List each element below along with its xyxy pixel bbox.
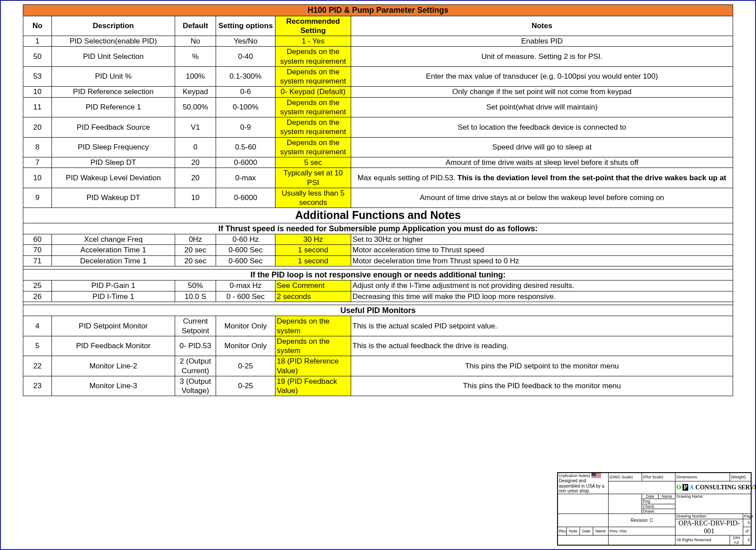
col-opt: Setting options <box>216 16 275 36</box>
cell-opt: 0-25 <box>216 376 275 396</box>
cell-rec: 5 sec <box>275 157 351 168</box>
cell-desc: PID Wakeup DT <box>52 188 175 208</box>
cell-opt: 0.5-60 <box>216 137 275 157</box>
cell-def: 50% <box>175 280 216 291</box>
cell-rec: Depends on the system requirement <box>275 117 351 138</box>
sub-tuning: If the PID loop is not responsive enough… <box>23 269 733 280</box>
tb-drawingname: Drawing Name: <box>675 494 751 514</box>
cell-opt: Monitor Only <box>216 316 275 336</box>
tb-app: (Aplication Notes) <box>559 474 590 478</box>
cell-desc: PID Unit Selection <box>52 47 175 67</box>
cell-no: 8 <box>23 137 52 157</box>
cell-desc: PID Wakeup Level Deviation <box>52 168 175 188</box>
param-row: 10PID Reference selectionKeypad0-60- Key… <box>23 87 733 97</box>
cell-opt: 0-600 Sec <box>216 255 275 266</box>
tb-prev: Prev. Hist. <box>609 527 675 535</box>
sub-monitors: Useful PID Monitors <box>23 305 733 316</box>
cell-opt: 0-60 Hz <box>216 234 275 245</box>
param-row: 50PID Unit Selection%0-40Depends on the … <box>23 47 733 67</box>
cell-rec: Depends on the system requirement <box>275 47 351 67</box>
cell-notes: Enables PID <box>351 36 733 47</box>
cell-opt: 0-6000 <box>216 157 275 168</box>
cell-desc: Deceleration Time 1 <box>52 255 175 266</box>
param-row: 9PID Wakeup DT100-6000Usually less than … <box>23 188 733 208</box>
param-row: 23Monitor Line-33 (Output Voltage)0-2519… <box>23 376 733 396</box>
cell-opt: 0-600 Sec <box>216 245 275 255</box>
col-desc: Description <box>52 16 175 36</box>
param-table: H100 PID & Pump Parameter Settings No De… <box>23 4 733 396</box>
cell-notes: Decreasing this time will make the PID l… <box>351 291 733 302</box>
cell-no: 71 <box>23 255 52 266</box>
cell-no: 53 <box>23 66 52 87</box>
cell-no: 60 <box>23 234 52 245</box>
cell-notes: Amount of time drive waits at sleep leve… <box>351 157 733 168</box>
cell-rec: Usually less than 5 seconds <box>275 188 351 208</box>
tb-p1: 5 <box>743 519 751 527</box>
tb-of: of <box>743 527 751 535</box>
cell-def: 20 <box>175 168 216 188</box>
main-title: H100 PID & Pump Parameter Settings <box>23 5 733 16</box>
cell-opt: 0-40 <box>216 47 275 67</box>
cell-def: 100% <box>175 66 216 87</box>
header-row: No Description Default Setting options R… <box>23 16 733 36</box>
tb-plotscale: (Plot Scale) <box>642 473 675 481</box>
cell-rec: 0- Keypad (Default) <box>275 87 351 97</box>
tb-page: Page <box>743 514 751 519</box>
cell-notes: Adjust only if the I-Time adjustment is … <box>351 280 733 291</box>
cell-rec: 1 second <box>275 255 351 266</box>
us-flag-icon <box>591 473 601 478</box>
cell-notes: Motor deceleration time from Thrust spee… <box>351 255 733 266</box>
cell-def: 20 sec <box>175 255 216 266</box>
cell-def: 20 sec <box>175 245 216 255</box>
col-no: No <box>23 16 52 36</box>
cell-desc: PID Feedback Source <box>52 117 175 138</box>
cell-notes: Max equals setting of PID.53. This is th… <box>351 168 733 188</box>
cell-rec: Depends on the system <box>275 316 351 336</box>
cell-rec: 30 Hz <box>275 234 351 245</box>
cell-no: 25 <box>23 280 52 291</box>
cell-no: 26 <box>23 291 52 302</box>
cell-opt: 0.1-300% <box>216 66 275 87</box>
cell-desc: Acceleration Time 1 <box>52 245 175 255</box>
cell-def: Keypad <box>175 87 216 97</box>
tb-name: Name <box>659 494 675 499</box>
cell-notes: Set point(what drive will maintain) <box>351 97 733 117</box>
cell-no: 70 <box>23 245 52 255</box>
cell-opt: Yes/No <box>216 36 275 47</box>
tb-company: CONSULTING SERVICES, INC. <box>695 484 756 491</box>
param-row: 20PID Feedback SourceV10-9Depends on the… <box>23 117 733 138</box>
cell-desc: PID Reference 1 <box>52 97 175 117</box>
cell-rec: 18 (PID Reference Value) <box>275 356 351 376</box>
cell-notes: Unit of measure. Setting 2 is for PSI. <box>351 47 733 67</box>
cell-opt: 0 - 600 Sec <box>216 291 275 302</box>
cell-notes: Set to 30Hz or higher <box>351 234 733 245</box>
cell-no: 22 <box>23 356 52 376</box>
cell-notes: Only change if the set point will not co… <box>351 87 733 97</box>
cell-no: 11 <box>23 97 52 117</box>
cell-opt: 0-max Hz <box>216 280 275 291</box>
param-row: 25PID P-Gain 150%0-max HzSee CommentAdju… <box>23 280 733 291</box>
param-row: 70Acceleration Time 120 sec0-600 Sec1 se… <box>23 245 733 255</box>
cell-desc: PID Feedback Monitor <box>52 336 175 356</box>
cell-notes: Enter the max value of transducer (e.g. … <box>351 66 733 87</box>
cell-notes: This is the actual feedback the drive is… <box>351 336 733 356</box>
cell-notes: Set to location the feedback device is c… <box>351 117 733 138</box>
cell-desc: PID Unit % <box>52 66 175 87</box>
title-block: (Aplication Notes) Designed and assemble… <box>557 472 752 546</box>
cell-desc: PID P-Gain 1 <box>52 280 175 291</box>
tb-dwgnum: OPA-REC-DRV-PID-001 <box>675 519 743 535</box>
cell-notes: Amount of time drive stays at or below t… <box>351 188 733 208</box>
param-row: 11PID Reference 150.00%0-100%Depends on … <box>23 97 733 117</box>
cell-def: No <box>175 36 216 47</box>
cell-no: 5 <box>23 336 52 356</box>
cell-opt: 0-100% <box>216 97 275 117</box>
tb-name2: Name <box>593 527 609 535</box>
cell-opt: 0-9 <box>216 117 275 138</box>
tb-revision: Revision: C <box>609 514 675 527</box>
cell-def: 2 (Output Current) <box>175 356 216 376</box>
cell-notes: This is the actual scaled PID setpoint v… <box>351 316 733 336</box>
cell-rec: 2 seconds <box>275 291 351 302</box>
tb-designed: Designed and assembled in USA by a non u… <box>559 478 604 493</box>
cell-def: 20 <box>175 157 216 168</box>
cell-def: 0Hz <box>175 234 216 245</box>
